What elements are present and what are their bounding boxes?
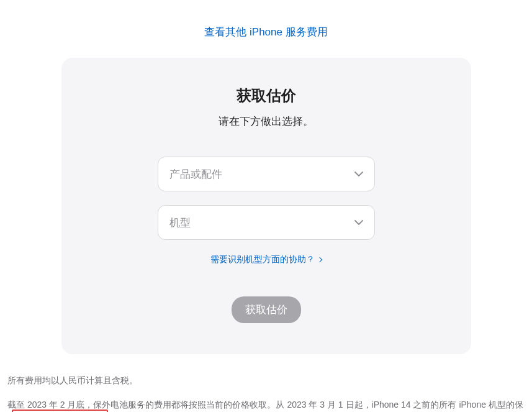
model-select-placeholder: 机型 bbox=[169, 216, 191, 230]
product-select-placeholder: 产品或配件 bbox=[169, 167, 222, 181]
chevron-down-icon bbox=[354, 172, 363, 176]
other-fees-link[interactable]: 查看其他 iPhone 服务费用 bbox=[204, 26, 327, 38]
help-identify-link[interactable]: 需要识别机型方面的协助？ bbox=[210, 254, 322, 264]
notes-section: 所有费用均以人民币计算且含税。 截至 2023 年 2 月底，保外电池服务的费用… bbox=[0, 373, 532, 412]
chevron-down-icon bbox=[354, 220, 363, 225]
card-subtitle: 请在下方做出选择。 bbox=[86, 114, 446, 129]
get-estimate-button[interactable]: 获取估价 bbox=[232, 296, 301, 323]
model-select[interactable]: 机型 bbox=[158, 205, 375, 240]
note-price-change-text: 截至 2023 年 2 月底，保外电池服务的费用都将按照当前的价格收取。从 20… bbox=[7, 400, 523, 412]
estimate-card: 获取估价 请在下方做出选择。 产品或配件 机型 需要识别机型方面的协助？ 获取估… bbox=[61, 58, 471, 354]
note-price-change: 截至 2023 年 2 月底，保外电池服务的费用都将按照当前的价格收取。从 20… bbox=[7, 397, 525, 412]
highlight-annotation bbox=[12, 410, 108, 412]
product-select[interactable]: 产品或配件 bbox=[158, 157, 375, 191]
note-currency: 所有费用均以人民币计算且含税。 bbox=[7, 373, 525, 388]
card-title: 获取估价 bbox=[86, 86, 446, 106]
